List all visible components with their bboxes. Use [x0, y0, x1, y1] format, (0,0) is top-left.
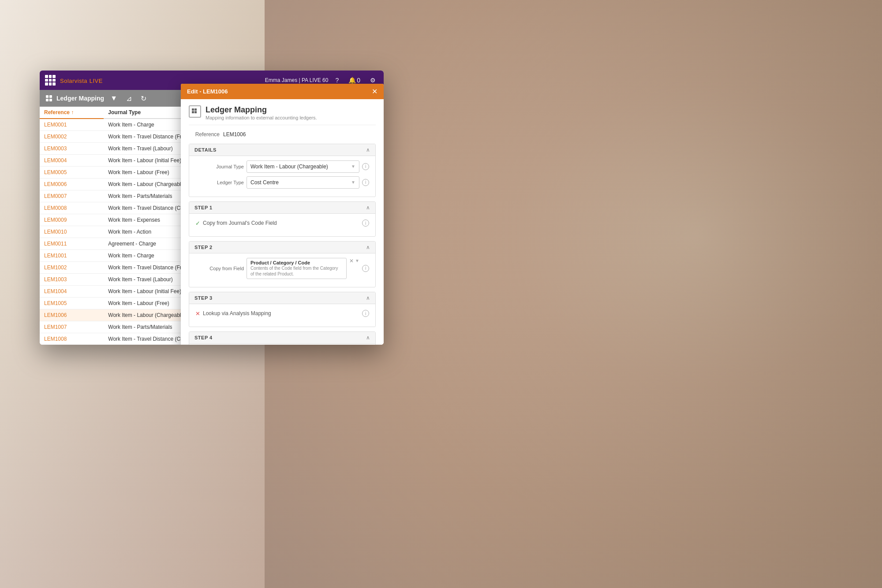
- step4-section: STEP 4 ∧ Use this Default i: [189, 331, 376, 345]
- step3-body: ✕ Lookup via Analysis Mapping i: [189, 304, 375, 327]
- toolbar-filter-btn[interactable]: ⊿: [123, 93, 135, 104]
- step1-item-label: Copy from Journal's Code Field: [203, 220, 277, 226]
- journal-type-value: Work Item - Labour (Chargeable): [250, 164, 328, 170]
- step1-check-icon: ✓: [195, 220, 200, 227]
- step3-section: STEP 3 ∧ ✕ Lookup via Analysis Mapping i: [189, 292, 376, 327]
- ledger-type-label: Ledger Type: [195, 180, 244, 185]
- step1-body: ✓ Copy from Journal's Code Field i: [189, 214, 375, 236]
- step4-chevron-icon: ∧: [366, 335, 370, 341]
- help-icon-btn[interactable]: ?: [333, 76, 341, 85]
- step3-cross-icon: ✕: [195, 310, 200, 317]
- step3-item: ✕ Lookup via Analysis Mapping: [195, 309, 271, 319]
- cell-reference: LEM1001: [40, 250, 104, 262]
- details-section: DETAILS ∧ Journal Type Work Item - Labou…: [189, 144, 376, 197]
- step1-row: ✓ Copy from Journal's Code Field i: [195, 218, 369, 228]
- cell-reference: LEM0006: [40, 179, 104, 190]
- cell-reference: LEM1008: [40, 333, 104, 345]
- step1-info-btn[interactable]: i: [362, 220, 369, 227]
- ledger-mapping-icon: [45, 94, 53, 102]
- copy-field-box[interactable]: Product / Category / Code Contents of th…: [247, 258, 347, 279]
- modal-close-btn[interactable]: ✕: [372, 87, 377, 96]
- grid-menu-icon[interactable]: [45, 75, 56, 86]
- step3-chevron-icon: ∧: [366, 295, 370, 301]
- step1-header[interactable]: STEP 1 ∧: [189, 202, 375, 214]
- modal-title: Edit - LEM1006: [187, 88, 228, 95]
- svg-rect-1: [49, 95, 52, 98]
- ledger-type-info-btn[interactable]: i: [362, 179, 369, 186]
- svg-rect-2: [46, 99, 49, 101]
- journal-type-info-btn[interactable]: i: [362, 163, 369, 170]
- step1-section: STEP 1 ∧ ✓ Copy from Journal's Code Fiel…: [189, 201, 376, 237]
- ledger-type-row: Ledger Type Cost Centre ▼ i: [195, 176, 369, 189]
- copy-from-field-row: Copy from Field Product / Category / Cod…: [195, 258, 369, 279]
- step1-item: ✓ Copy from Journal's Code Field: [195, 218, 277, 228]
- cell-reference: LEM1004: [40, 286, 104, 298]
- reference-row: Reference LEM1006: [189, 131, 376, 138]
- ledger-type-select[interactable]: Cost Centre ▼: [247, 176, 359, 189]
- cell-reference: LEM1003: [40, 274, 104, 286]
- cell-reference: LEM0003: [40, 143, 104, 155]
- copy-field-dropdown-icon[interactable]: ▼: [355, 258, 359, 263]
- cell-reference: LEM1007: [40, 321, 104, 333]
- toolbar-dropdown-btn[interactable]: ▼: [108, 93, 120, 103]
- svg-rect-7: [194, 111, 197, 113]
- modal-page-header: Ledger Mapping Mapping information to ex…: [189, 105, 376, 125]
- cell-reference: LEM0001: [40, 119, 104, 131]
- cell-reference: LEM1005: [40, 298, 104, 309]
- details-section-header[interactable]: DETAILS ∧: [189, 144, 375, 156]
- copy-field-clear-icon[interactable]: ✕: [349, 258, 354, 264]
- journal-type-row: Journal Type Work Item - Labour (Chargea…: [195, 160, 369, 173]
- cell-reference: LEM0004: [40, 155, 104, 167]
- step3-title: STEP 3: [194, 295, 213, 301]
- step4-title: STEP 4: [194, 335, 213, 340]
- step1-title: STEP 1: [194, 205, 213, 210]
- cell-reference: LEM1006: [40, 309, 104, 321]
- step3-info-btn[interactable]: i: [362, 310, 369, 317]
- modal-titles: Ledger Mapping Mapping information to ex…: [206, 105, 317, 120]
- toolbar-refresh-btn[interactable]: ↻: [138, 93, 149, 104]
- journal-type-select[interactable]: Work Item - Labour (Chargeable) ▼: [247, 160, 359, 173]
- details-section-body: Journal Type Work Item - Labour (Chargea…: [189, 156, 375, 197]
- svg-rect-4: [192, 108, 194, 111]
- app-logo: Solarvista LIVE: [60, 77, 103, 84]
- step2-chevron-icon: ∧: [366, 244, 370, 250]
- edit-modal: Edit - LEM1006 ✕ Ledger Mapping Mapping …: [181, 84, 384, 345]
- cell-reference: LEM0005: [40, 167, 104, 179]
- nav-user-info: Emma James | PA LIVE 60: [265, 77, 329, 83]
- bell-icon-btn[interactable]: 🔔 0: [346, 76, 363, 85]
- journal-type-label: Journal Type: [195, 164, 244, 169]
- toolbar-title: Ledger Mapping: [56, 95, 104, 102]
- col-header-reference[interactable]: Reference ↑: [40, 107, 104, 119]
- cell-reference: LEM0008: [40, 202, 104, 214]
- page-icon: [189, 105, 201, 118]
- step2-header[interactable]: STEP 2 ∧: [189, 242, 375, 253]
- settings-icon-btn[interactable]: ⚙: [367, 76, 378, 85]
- details-section-title: DETAILS: [194, 147, 217, 153]
- modal-body[interactable]: Ledger Mapping Mapping information to ex…: [181, 99, 384, 345]
- svg-rect-5: [194, 108, 197, 111]
- cell-reference: LEM0010: [40, 226, 104, 238]
- cell-reference: LEM0007: [40, 190, 104, 202]
- modal-page-subtitle: Mapping information to external accounti…: [206, 115, 317, 120]
- cell-reference: LEM0011: [40, 238, 104, 250]
- step2-title: STEP 2: [194, 245, 213, 250]
- step1-chevron-icon: ∧: [366, 205, 370, 211]
- svg-rect-6: [192, 111, 194, 113]
- copy-from-label: Copy from Field: [195, 266, 244, 271]
- copy-field-desc: Contents of the Code field from the Cate…: [250, 265, 343, 277]
- step3-item-label: Lookup via Analysis Mapping: [203, 310, 271, 316]
- step2-info-btn[interactable]: i: [362, 265, 369, 272]
- svg-rect-0: [46, 95, 49, 98]
- reference-value: LEM1006: [223, 131, 246, 138]
- cell-reference: LEM0009: [40, 214, 104, 226]
- copy-field-title: Product / Category / Code: [250, 260, 343, 265]
- app-window: Solarvista LIVE Emma James | PA LIVE 60 …: [40, 71, 384, 345]
- ledger-type-value: Cost Centre: [250, 179, 279, 186]
- cell-reference: LEM0002: [40, 131, 104, 143]
- step4-header[interactable]: STEP 4 ∧: [189, 332, 375, 344]
- modal-page-title: Ledger Mapping: [206, 105, 317, 115]
- journal-type-dropdown-arrow: ▼: [351, 164, 355, 169]
- step3-header[interactable]: STEP 3 ∧: [189, 292, 375, 304]
- svg-rect-3: [49, 99, 52, 101]
- cell-reference: LEM1002: [40, 262, 104, 274]
